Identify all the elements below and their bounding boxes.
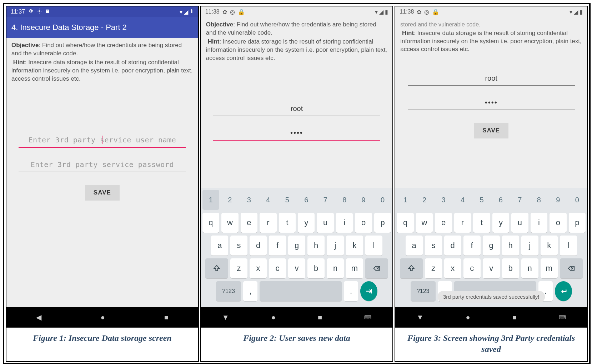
- key-a[interactable]: a: [211, 236, 228, 256]
- shift-key[interactable]: [400, 258, 423, 278]
- key-t[interactable]: t: [279, 213, 296, 233]
- key-2[interactable]: 2: [416, 190, 433, 210]
- ime-icon[interactable]: ⌨: [364, 314, 371, 320]
- key-a[interactable]: a: [406, 236, 423, 256]
- key-0[interactable]: 0: [569, 190, 586, 210]
- key-j[interactable]: j: [521, 236, 538, 256]
- key-e[interactable]: e: [241, 213, 257, 233]
- key-0[interactable]: 0: [374, 190, 391, 210]
- key-y[interactable]: y: [492, 213, 509, 233]
- key-k[interactable]: k: [541, 236, 558, 256]
- space-key[interactable]: [260, 281, 342, 301]
- key-n[interactable]: n: [521, 258, 538, 278]
- back-icon[interactable]: ◀: [36, 313, 41, 322]
- key-j[interactable]: j: [327, 236, 344, 256]
- key-9[interactable]: 9: [550, 190, 566, 210]
- key-y[interactable]: y: [298, 213, 315, 233]
- key-7[interactable]: 7: [511, 190, 528, 210]
- password-input[interactable]: [213, 126, 380, 141]
- backspace-key[interactable]: [365, 258, 388, 278]
- key-k[interactable]: k: [346, 236, 363, 256]
- password-input[interactable]: [408, 96, 575, 110]
- home-icon[interactable]: ●: [271, 313, 276, 322]
- key-h[interactable]: h: [307, 236, 325, 256]
- enter-key[interactable]: [555, 281, 572, 301]
- key-5[interactable]: 5: [279, 190, 296, 210]
- key-t[interactable]: t: [473, 213, 490, 233]
- next-key[interactable]: [360, 281, 377, 301]
- save-button[interactable]: SAVE: [474, 123, 508, 138]
- key-h[interactable]: h: [502, 236, 519, 256]
- key-d[interactable]: d: [250, 236, 267, 256]
- key-5[interactable]: 5: [473, 190, 490, 210]
- key-z[interactable]: z: [425, 258, 442, 278]
- key-f[interactable]: f: [269, 236, 286, 256]
- key-1[interactable]: 1: [202, 190, 219, 210]
- key-b[interactable]: b: [502, 258, 519, 278]
- backspace-key[interactable]: [560, 258, 583, 278]
- key-g[interactable]: g: [288, 236, 305, 256]
- key-g[interactable]: g: [483, 236, 500, 256]
- recents-icon[interactable]: ■: [164, 313, 169, 322]
- key-v[interactable]: v: [483, 258, 500, 278]
- shift-key[interactable]: [205, 258, 228, 278]
- key-i[interactable]: i: [531, 213, 547, 233]
- ime-icon[interactable]: ⌨: [559, 314, 566, 320]
- key-s[interactable]: s: [230, 236, 247, 256]
- key-u[interactable]: u: [511, 213, 528, 233]
- key-1[interactable]: 1: [397, 190, 413, 210]
- key-q[interactable]: q: [202, 213, 219, 233]
- key-l[interactable]: l: [365, 236, 382, 256]
- key-p[interactable]: p: [374, 213, 391, 233]
- key-o[interactable]: o: [355, 213, 372, 233]
- save-button[interactable]: SAVE: [85, 185, 120, 201]
- key-8[interactable]: 8: [336, 190, 353, 210]
- comma-key[interactable]: ,: [243, 281, 257, 301]
- key-z[interactable]: z: [230, 258, 247, 278]
- password-input[interactable]: [19, 158, 186, 172]
- key-9[interactable]: 9: [355, 190, 372, 210]
- key-3[interactable]: 3: [241, 190, 257, 210]
- home-icon[interactable]: ●: [466, 313, 470, 322]
- key-c[interactable]: c: [463, 258, 481, 278]
- recents-icon[interactable]: ■: [318, 313, 322, 322]
- username-input[interactable]: [19, 133, 186, 148]
- key-n[interactable]: n: [327, 258, 344, 278]
- key-f[interactable]: f: [463, 236, 481, 256]
- key-m[interactable]: m: [346, 258, 363, 278]
- key-s[interactable]: s: [425, 236, 442, 256]
- key-6[interactable]: 6: [492, 190, 509, 210]
- key-m[interactable]: m: [541, 258, 558, 278]
- symbols-key[interactable]: ?123: [411, 281, 436, 301]
- key-x[interactable]: x: [444, 258, 461, 278]
- key-r[interactable]: r: [260, 213, 276, 233]
- key-3[interactable]: 3: [435, 190, 452, 210]
- key-b[interactable]: b: [307, 258, 325, 278]
- key-r[interactable]: r: [454, 213, 471, 233]
- key-6[interactable]: 6: [298, 190, 315, 210]
- home-icon[interactable]: ●: [101, 313, 105, 322]
- key-c[interactable]: c: [269, 258, 286, 278]
- username-input[interactable]: [213, 102, 380, 116]
- username-input[interactable]: [408, 71, 575, 86]
- key-u[interactable]: u: [317, 213, 333, 233]
- key-i[interactable]: i: [336, 213, 353, 233]
- key-l[interactable]: l: [560, 236, 577, 256]
- key-w[interactable]: w: [416, 213, 433, 233]
- back-icon[interactable]: ▼: [416, 313, 423, 322]
- key-q[interactable]: q: [397, 213, 413, 233]
- key-x[interactable]: x: [250, 258, 267, 278]
- key-w[interactable]: w: [221, 213, 238, 233]
- key-o[interactable]: o: [550, 213, 566, 233]
- key-4[interactable]: 4: [454, 190, 471, 210]
- key-7[interactable]: 7: [317, 190, 333, 210]
- recents-icon[interactable]: ■: [512, 313, 517, 322]
- symbols-key[interactable]: ?123: [216, 281, 241, 301]
- period-key[interactable]: .: [344, 281, 358, 301]
- key-v[interactable]: v: [288, 258, 305, 278]
- key-e[interactable]: e: [435, 213, 452, 233]
- key-p[interactable]: p: [569, 213, 586, 233]
- back-icon[interactable]: ▼: [222, 313, 229, 322]
- key-d[interactable]: d: [444, 236, 461, 256]
- key-4[interactable]: 4: [260, 190, 276, 210]
